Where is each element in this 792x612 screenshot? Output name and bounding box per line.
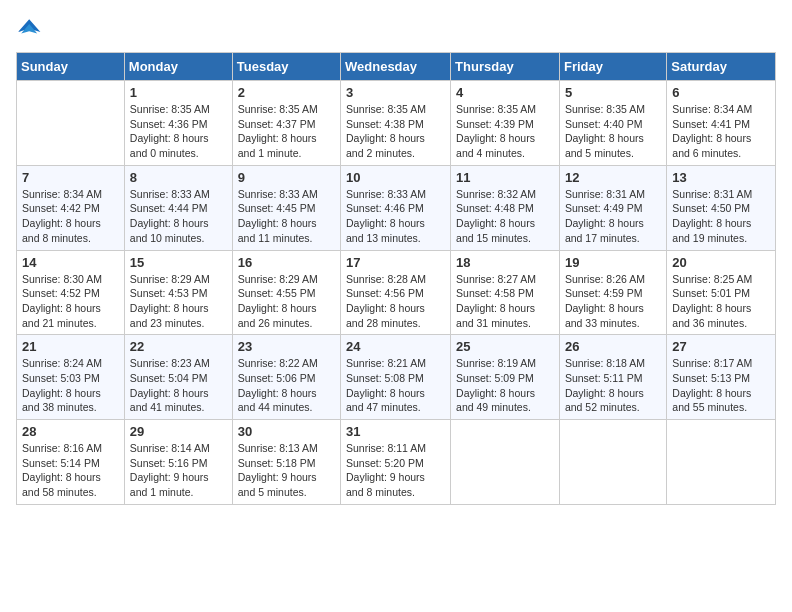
day-number: 16 [238,255,335,270]
day-number: 5 [565,85,661,100]
logo [16,16,42,40]
calendar-day-cell: 19Sunrise: 8:26 AMSunset: 4:59 PMDayligh… [559,250,666,335]
day-info: Sunrise: 8:14 AMSunset: 5:16 PMDaylight:… [130,441,227,500]
calendar-day-cell: 13Sunrise: 8:31 AMSunset: 4:50 PMDayligh… [667,165,776,250]
day-number: 10 [346,170,445,185]
day-number: 20 [672,255,770,270]
calendar-day-cell: 29Sunrise: 8:14 AMSunset: 5:16 PMDayligh… [124,420,232,505]
day-number: 7 [22,170,119,185]
day-info: Sunrise: 8:33 AMSunset: 4:46 PMDaylight:… [346,187,445,246]
calendar-day-cell: 26Sunrise: 8:18 AMSunset: 5:11 PMDayligh… [559,335,666,420]
calendar-day-cell: 28Sunrise: 8:16 AMSunset: 5:14 PMDayligh… [17,420,125,505]
day-number: 31 [346,424,445,439]
day-number: 23 [238,339,335,354]
day-info: Sunrise: 8:21 AMSunset: 5:08 PMDaylight:… [346,356,445,415]
calendar-week-row: 28Sunrise: 8:16 AMSunset: 5:14 PMDayligh… [17,420,776,505]
calendar-week-row: 7Sunrise: 8:34 AMSunset: 4:42 PMDaylight… [17,165,776,250]
calendar-day-cell: 22Sunrise: 8:23 AMSunset: 5:04 PMDayligh… [124,335,232,420]
calendar-day-cell [667,420,776,505]
day-info: Sunrise: 8:25 AMSunset: 5:01 PMDaylight:… [672,272,770,331]
day-info: Sunrise: 8:26 AMSunset: 4:59 PMDaylight:… [565,272,661,331]
day-info: Sunrise: 8:33 AMSunset: 4:45 PMDaylight:… [238,187,335,246]
day-info: Sunrise: 8:17 AMSunset: 5:13 PMDaylight:… [672,356,770,415]
calendar-day-cell: 9Sunrise: 8:33 AMSunset: 4:45 PMDaylight… [232,165,340,250]
calendar-day-cell: 27Sunrise: 8:17 AMSunset: 5:13 PMDayligh… [667,335,776,420]
day-of-week-header: Thursday [451,53,560,81]
calendar-day-cell: 18Sunrise: 8:27 AMSunset: 4:58 PMDayligh… [451,250,560,335]
calendar-day-cell: 4Sunrise: 8:35 AMSunset: 4:39 PMDaylight… [451,81,560,166]
day-info: Sunrise: 8:18 AMSunset: 5:11 PMDaylight:… [565,356,661,415]
calendar-table: SundayMondayTuesdayWednesdayThursdayFrid… [16,52,776,505]
calendar-day-cell [17,81,125,166]
calendar-day-cell: 16Sunrise: 8:29 AMSunset: 4:55 PMDayligh… [232,250,340,335]
day-of-week-header: Wednesday [341,53,451,81]
calendar-day-cell: 21Sunrise: 8:24 AMSunset: 5:03 PMDayligh… [17,335,125,420]
day-info: Sunrise: 8:35 AMSunset: 4:39 PMDaylight:… [456,102,554,161]
day-number: 19 [565,255,661,270]
calendar-day-cell [559,420,666,505]
calendar-day-cell: 17Sunrise: 8:28 AMSunset: 4:56 PMDayligh… [341,250,451,335]
day-number: 3 [346,85,445,100]
calendar-day-cell: 6Sunrise: 8:34 AMSunset: 4:41 PMDaylight… [667,81,776,166]
calendar-day-cell: 23Sunrise: 8:22 AMSunset: 5:06 PMDayligh… [232,335,340,420]
day-number: 25 [456,339,554,354]
day-number: 9 [238,170,335,185]
day-info: Sunrise: 8:35 AMSunset: 4:36 PMDaylight:… [130,102,227,161]
calendar-day-cell: 10Sunrise: 8:33 AMSunset: 4:46 PMDayligh… [341,165,451,250]
day-number: 1 [130,85,227,100]
day-info: Sunrise: 8:35 AMSunset: 4:40 PMDaylight:… [565,102,661,161]
calendar-day-cell: 2Sunrise: 8:35 AMSunset: 4:37 PMDaylight… [232,81,340,166]
calendar-day-cell: 3Sunrise: 8:35 AMSunset: 4:38 PMDaylight… [341,81,451,166]
day-info: Sunrise: 8:22 AMSunset: 5:06 PMDaylight:… [238,356,335,415]
calendar-week-row: 14Sunrise: 8:30 AMSunset: 4:52 PMDayligh… [17,250,776,335]
day-number: 4 [456,85,554,100]
day-number: 27 [672,339,770,354]
day-number: 6 [672,85,770,100]
day-number: 28 [22,424,119,439]
day-info: Sunrise: 8:28 AMSunset: 4:56 PMDaylight:… [346,272,445,331]
day-number: 2 [238,85,335,100]
calendar-header-row: SundayMondayTuesdayWednesdayThursdayFrid… [17,53,776,81]
day-number: 13 [672,170,770,185]
day-info: Sunrise: 8:13 AMSunset: 5:18 PMDaylight:… [238,441,335,500]
day-number: 12 [565,170,661,185]
day-of-week-header: Tuesday [232,53,340,81]
calendar-week-row: 21Sunrise: 8:24 AMSunset: 5:03 PMDayligh… [17,335,776,420]
calendar-day-cell: 20Sunrise: 8:25 AMSunset: 5:01 PMDayligh… [667,250,776,335]
day-of-week-header: Sunday [17,53,125,81]
day-number: 22 [130,339,227,354]
calendar-day-cell: 12Sunrise: 8:31 AMSunset: 4:49 PMDayligh… [559,165,666,250]
calendar-day-cell: 8Sunrise: 8:33 AMSunset: 4:44 PMDaylight… [124,165,232,250]
day-info: Sunrise: 8:11 AMSunset: 5:20 PMDaylight:… [346,441,445,500]
calendar-day-cell: 25Sunrise: 8:19 AMSunset: 5:09 PMDayligh… [451,335,560,420]
day-number: 26 [565,339,661,354]
day-info: Sunrise: 8:33 AMSunset: 4:44 PMDaylight:… [130,187,227,246]
day-info: Sunrise: 8:34 AMSunset: 4:42 PMDaylight:… [22,187,119,246]
calendar-day-cell: 15Sunrise: 8:29 AMSunset: 4:53 PMDayligh… [124,250,232,335]
day-info: Sunrise: 8:27 AMSunset: 4:58 PMDaylight:… [456,272,554,331]
day-info: Sunrise: 8:35 AMSunset: 4:37 PMDaylight:… [238,102,335,161]
calendar-day-cell: 24Sunrise: 8:21 AMSunset: 5:08 PMDayligh… [341,335,451,420]
day-info: Sunrise: 8:16 AMSunset: 5:14 PMDaylight:… [22,441,119,500]
calendar-day-cell: 30Sunrise: 8:13 AMSunset: 5:18 PMDayligh… [232,420,340,505]
day-number: 17 [346,255,445,270]
day-info: Sunrise: 8:23 AMSunset: 5:04 PMDaylight:… [130,356,227,415]
day-number: 21 [22,339,119,354]
calendar-day-cell: 5Sunrise: 8:35 AMSunset: 4:40 PMDaylight… [559,81,666,166]
day-info: Sunrise: 8:19 AMSunset: 5:09 PMDaylight:… [456,356,554,415]
day-info: Sunrise: 8:32 AMSunset: 4:48 PMDaylight:… [456,187,554,246]
calendar-day-cell: 1Sunrise: 8:35 AMSunset: 4:36 PMDaylight… [124,81,232,166]
day-of-week-header: Friday [559,53,666,81]
day-info: Sunrise: 8:30 AMSunset: 4:52 PMDaylight:… [22,272,119,331]
day-info: Sunrise: 8:31 AMSunset: 4:49 PMDaylight:… [565,187,661,246]
day-number: 15 [130,255,227,270]
page-header [16,16,776,40]
day-number: 29 [130,424,227,439]
logo-icon [18,16,42,40]
day-number: 8 [130,170,227,185]
day-info: Sunrise: 8:24 AMSunset: 5:03 PMDaylight:… [22,356,119,415]
calendar-day-cell: 11Sunrise: 8:32 AMSunset: 4:48 PMDayligh… [451,165,560,250]
day-number: 18 [456,255,554,270]
day-info: Sunrise: 8:34 AMSunset: 4:41 PMDaylight:… [672,102,770,161]
day-info: Sunrise: 8:35 AMSunset: 4:38 PMDaylight:… [346,102,445,161]
